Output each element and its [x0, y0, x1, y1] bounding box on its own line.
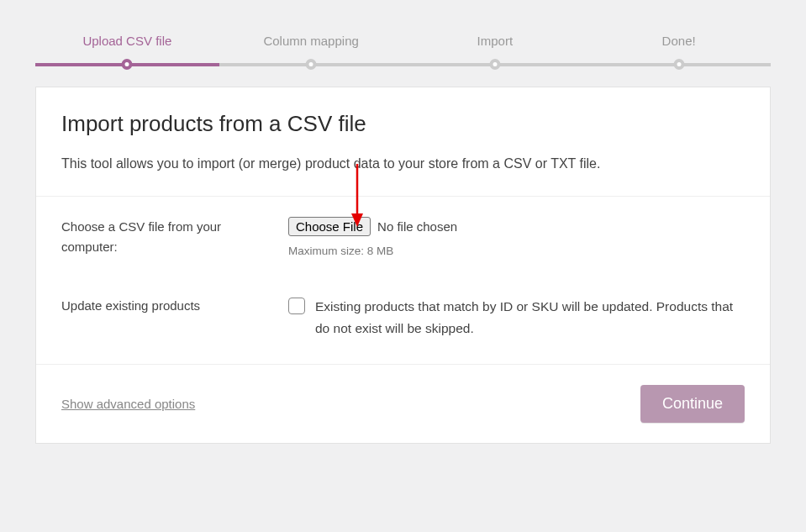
import-card: Import products from a CSV file This too… [35, 87, 771, 444]
step-circle [122, 59, 133, 70]
file-size-hint: Maximum size: 8 MB [288, 245, 745, 257]
page-title: Import products from a CSV file [61, 111, 745, 137]
step-label: Upload CSV file [35, 34, 219, 48]
step-label: Import [403, 34, 587, 48]
step-mapping: Column mapping [219, 34, 403, 61]
update-existing-checkbox[interactable] [288, 298, 305, 314]
form-row-file: Choose a CSV file from your computer: Ch… [36, 197, 770, 276]
step-circle [306, 59, 317, 70]
step-import: Import [403, 34, 587, 61]
file-label: Choose a CSV file from your computer: [61, 217, 288, 257]
form-row-update: Update existing products Existing produc… [36, 276, 770, 364]
annotation-arrow-icon [340, 161, 374, 229]
svg-marker-1 [351, 213, 363, 227]
card-header: Import products from a CSV file This too… [36, 87, 770, 196]
checkbox-wrap: Existing products that match by ID or SK… [288, 296, 745, 364]
progress-stepper: Upload CSV file Column mapping Import Do… [35, 34, 771, 61]
step-upload: Upload CSV file [35, 34, 219, 61]
update-label: Update existing products [61, 296, 288, 316]
step-circle [489, 59, 500, 70]
step-circle [673, 59, 684, 70]
page-description: This tool allows you to import (or merge… [61, 154, 745, 174]
card-footer: Show advanced options Continue [36, 365, 770, 443]
step-label: Done! [587, 34, 771, 48]
continue-button[interactable]: Continue [640, 385, 745, 423]
step-label: Column mapping [219, 34, 403, 48]
file-status-text: No file chosen [377, 219, 457, 234]
checkbox-description: Existing products that match by ID or SK… [315, 296, 745, 339]
update-control: Existing products that match by ID or SK… [288, 296, 745, 364]
step-done: Done! [587, 34, 771, 61]
form-section: Choose a CSV file from your computer: Ch… [36, 196, 770, 365]
advanced-options-link[interactable]: Show advanced options [61, 397, 195, 411]
